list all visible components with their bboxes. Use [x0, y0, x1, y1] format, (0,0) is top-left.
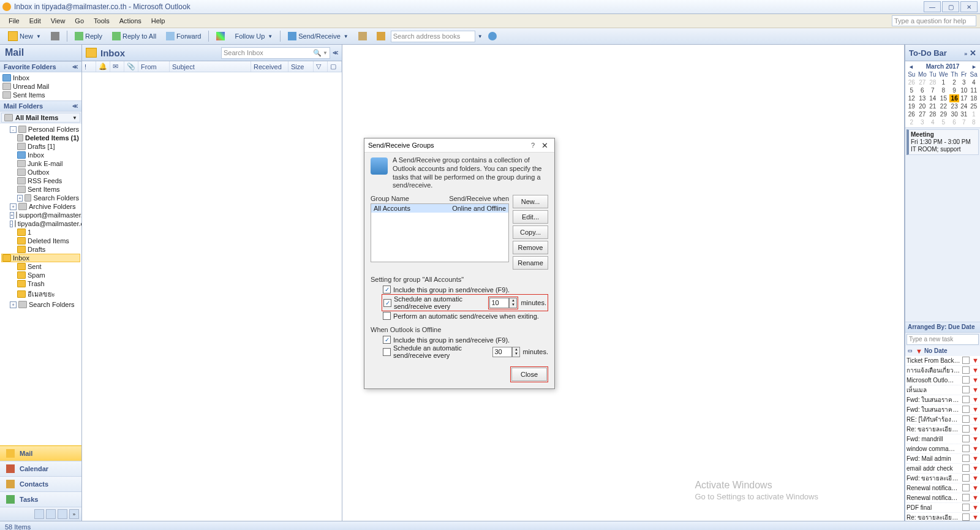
nav-button-mail[interactable]: Mail	[0, 445, 81, 461]
calendar-day[interactable]: 12	[907, 94, 917, 102]
tree-item[interactable]: Trash	[1, 279, 80, 288]
offline-interval-input[interactable]: 30	[492, 347, 512, 357]
calendar-day[interactable]: 6	[917, 86, 929, 94]
calendar-day[interactable]: 31	[959, 110, 968, 118]
calendar-day[interactable]: 22	[938, 102, 950, 110]
calendar-day[interactable]: 7	[959, 118, 968, 126]
minimize-button[interactable]: —	[924, 1, 941, 12]
include-in-sendreceive-checkbox[interactable]: ✓ Include this group in send/receive (F9…	[383, 286, 548, 293]
interval-minutes-input[interactable]: 10	[489, 298, 509, 308]
all-mail-items[interactable]: All Mail Items ▼	[1, 113, 80, 123]
tree-item[interactable]: +support@mailmaster.co…	[1, 211, 80, 219]
task-complete-checkbox[interactable]	[962, 484, 970, 491]
reply-all-button[interactable]: Reply to All	[108, 30, 160, 42]
configure-buttons-icon[interactable]: »	[69, 509, 79, 519]
tree-item[interactable]: Drafts	[1, 245, 80, 254]
menu-go[interactable]: Go	[70, 16, 89, 26]
favorite-inbox[interactable]: Inbox	[1, 74, 80, 82]
col-importance-icon[interactable]: !	[82, 61, 96, 72]
calendar-day[interactable]: 26	[907, 78, 917, 86]
task-complete-checkbox[interactable]	[962, 396, 970, 403]
calendar-day[interactable]: 8	[968, 118, 979, 126]
calendar-day[interactable]: 2	[949, 78, 959, 86]
tree-item[interactable]: +Search Folders	[1, 300, 80, 309]
dialog-title-bar[interactable]: Send/Receive Groups ? ✕	[364, 138, 554, 153]
task-item[interactable]: window comma…▼	[907, 444, 979, 454]
menu-edit[interactable]: Edit	[24, 16, 46, 26]
calendar-day[interactable]: 17	[959, 94, 968, 102]
expand-toggle-icon[interactable]: -	[10, 126, 17, 133]
calendar-day[interactable]: 4	[968, 78, 979, 86]
task-group-header[interactable]: ▭ ▼ No Date	[905, 346, 980, 356]
task-item[interactable]: Ticket From Back…▼	[907, 356, 979, 366]
task-complete-checkbox[interactable]	[962, 474, 970, 482]
rename-group-button[interactable]: Rename	[513, 256, 548, 270]
calendar-day[interactable]: 21	[928, 102, 938, 110]
tree-item[interactable]: Outbox	[1, 168, 80, 176]
forward-button[interactable]: Forward	[162, 30, 205, 42]
window-close-button[interactable]: ✕	[960, 1, 978, 12]
copy-group-button[interactable]: Copy...	[513, 225, 548, 239]
dialog-close-button[interactable]: ✕	[538, 141, 551, 150]
task-item[interactable]: Re: ขอรายละเอียด…▼	[907, 425, 979, 434]
col-attachment-icon[interactable]: 📎	[124, 61, 138, 72]
col-flag-icon[interactable]: ▽	[314, 61, 328, 72]
calendar-day[interactable]: 28	[928, 110, 938, 118]
calendar-day[interactable]: 3	[917, 118, 929, 126]
calendar-day[interactable]: 9	[949, 86, 959, 94]
print-button[interactable]	[47, 30, 64, 42]
calendar-day[interactable]: 18	[968, 94, 979, 102]
tree-item[interactable]: Spam	[1, 271, 80, 279]
tree-item[interactable]: -Personal Folders	[1, 125, 80, 134]
new-task-input[interactable]: Type a new task	[907, 334, 979, 345]
shortcuts-icon[interactable]	[58, 509, 67, 519]
task-item[interactable]: Fwd: mandrill▼	[907, 434, 979, 444]
task-item[interactable]: Re: ขอรายละเอียด…▼	[907, 513, 979, 521]
calendar-day[interactable]: 11	[968, 86, 979, 94]
tree-item[interactable]: 1	[1, 228, 80, 237]
task-item[interactable]: Fwd: ใบเสนอราค…▼	[907, 395, 979, 405]
task-item[interactable]: Microsoft Outlo…▼	[907, 376, 979, 385]
calendar-day[interactable]: 30	[949, 110, 959, 118]
flag-icon[interactable]: ▼	[972, 513, 979, 521]
calendar-day[interactable]: 26	[907, 110, 917, 118]
close-button[interactable]: Close	[511, 368, 547, 381]
expand-toggle-icon[interactable]: +	[10, 301, 17, 308]
edit-group-button[interactable]: Edit...	[513, 210, 548, 224]
col-size[interactable]: Size	[288, 61, 314, 72]
new-button[interactable]: New▼	[4, 29, 45, 43]
next-month-button[interactable]: ►	[970, 64, 979, 70]
tree-item[interactable]: Sent Items	[1, 185, 80, 194]
expand-toggle-icon[interactable]: +	[17, 195, 23, 202]
flag-icon[interactable]: ▼	[972, 425, 979, 433]
expand-search-icon[interactable]: ≪	[333, 50, 338, 56]
group-row-all-accounts[interactable]: All Accounts Online and Offline	[371, 204, 508, 213]
help-search-input[interactable]: Type a question for help	[892, 15, 976, 26]
tree-item[interactable]: Inbox	[1, 254, 80, 262]
favorite-unread-mail[interactable]: Unread Mail	[1, 82, 80, 91]
task-complete-checkbox[interactable]	[962, 435, 970, 442]
calendar-day[interactable]: 23	[949, 102, 959, 110]
col-icon-icon[interactable]: ✉	[110, 61, 124, 72]
calendar-day[interactable]: 6	[949, 118, 959, 126]
flag-icon[interactable]: ▼	[972, 484, 979, 491]
address-book-button[interactable]	[372, 30, 390, 42]
tree-item[interactable]: Junk E-mail	[1, 159, 80, 168]
task-item[interactable]: Fwd: ขอรายละเอี…▼	[907, 474, 979, 483]
calendar-day[interactable]: 19	[907, 102, 917, 110]
calendar-day[interactable]: 1	[968, 110, 979, 118]
flag-icon[interactable]: ▼	[972, 435, 979, 442]
flag-icon[interactable]: ▼	[972, 376, 979, 384]
prev-month-button[interactable]: ◄	[907, 64, 916, 70]
task-item[interactable]: RE: [ได้รับคำร้อง…▼	[907, 415, 979, 425]
spinner-buttons[interactable]: ▲▼	[509, 298, 517, 308]
calendar-day[interactable]: 25	[968, 102, 979, 110]
remove-group-button[interactable]: Remove	[513, 241, 548, 254]
reply-button[interactable]: Reply	[70, 30, 107, 42]
task-item[interactable]: Renewal notifica…▼	[907, 493, 979, 503]
dialog-help-button[interactable]: ?	[527, 142, 538, 149]
categorize-button[interactable]	[212, 30, 229, 42]
schedule-auto-checkbox[interactable]: ✓ Schedule an automatic send/receive eve…	[382, 294, 548, 311]
mail-folders-header[interactable]: Mail Folders≪	[0, 100, 81, 112]
dropdown-icon[interactable]: ▼	[478, 34, 483, 39]
